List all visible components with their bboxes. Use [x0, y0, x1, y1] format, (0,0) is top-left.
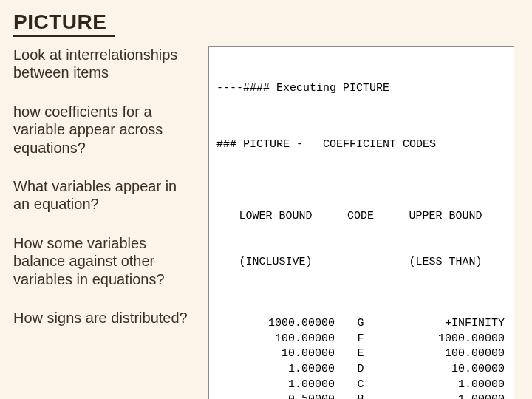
cell-code: G — [335, 316, 386, 332]
question-3: How some variables balance against other… — [13, 234, 192, 288]
cell-upper: 100.00000 — [386, 347, 505, 362]
table-row: 10.00000E100.00000 — [216, 347, 506, 362]
question-2: What variables appear in an equation? — [13, 177, 192, 214]
cell-upper: 1000.00000 — [386, 332, 505, 347]
col-code-sub — [335, 255, 386, 270]
title-underline — [13, 35, 115, 37]
cell-lower: 1000.00000 — [216, 316, 335, 332]
table-row: 1.00000D10.00000 — [216, 362, 506, 378]
right-column: ----#### Executing PICTURE ### PICTURE -… — [208, 46, 519, 399]
cell-lower: 0.50000 — [216, 392, 335, 399]
table-row: 1000.00000G+INFINITY — [216, 316, 506, 332]
col-lower-sub: (INCLUSIVE) — [216, 255, 335, 270]
cell-code: E — [335, 347, 386, 362]
cell-code: C — [335, 378, 386, 393]
cell-lower: 10.00000 — [216, 347, 335, 362]
table-row: 1.00000C1.00000 — [216, 378, 506, 393]
exec-line: ----#### Executing PICTURE — [216, 81, 506, 97]
cell-upper: 10.00000 — [386, 362, 505, 378]
cell-upper: 1.00000 — [386, 378, 505, 393]
cell-upper: +INFINITY — [386, 316, 505, 332]
subtitle-text: Look at interrelationships between items — [13, 46, 192, 82]
slide-title: PICTURE — [13, 10, 519, 34]
question-4: How signs are distributed? — [13, 309, 192, 327]
terminal-panel: ----#### Executing PICTURE ### PICTURE -… — [208, 46, 514, 399]
cell-code: B — [335, 392, 386, 399]
cell-lower: 1.00000 — [216, 378, 335, 393]
cell-code: D — [335, 362, 386, 378]
table-header-2: (INCLUSIVE) (LESS THAN) — [216, 255, 506, 270]
table-row: 100.00000F1000.00000 — [216, 332, 506, 347]
col-code-header: CODE — [335, 209, 386, 225]
col-lower-header: LOWER BOUND — [216, 209, 335, 225]
table-header-1: LOWER BOUND CODE UPPER BOUND — [216, 209, 506, 225]
header-line: ### PICTURE - COEFFICIENT CODES — [216, 137, 506, 153]
left-column: Look at interrelationships between items… — [13, 46, 192, 399]
table-rows: 1000.00000G+INFINITY100.00000F1000.00000… — [216, 316, 506, 399]
col-upper-header: UPPER BOUND — [386, 209, 505, 225]
cell-lower: 100.00000 — [216, 332, 335, 347]
cell-upper: 1.00000 — [386, 392, 505, 399]
slide-body: Look at interrelationships between items… — [13, 46, 519, 399]
cell-code: F — [335, 332, 386, 347]
table-row: 0.50000B1.00000 — [216, 392, 506, 399]
cell-lower: 1.00000 — [216, 362, 335, 378]
col-upper-sub: (LESS THAN) — [386, 255, 505, 270]
slide: PICTURE Look at interrelationships betwe… — [0, 0, 532, 399]
question-1: how coefficients for a variable appear a… — [13, 103, 192, 157]
